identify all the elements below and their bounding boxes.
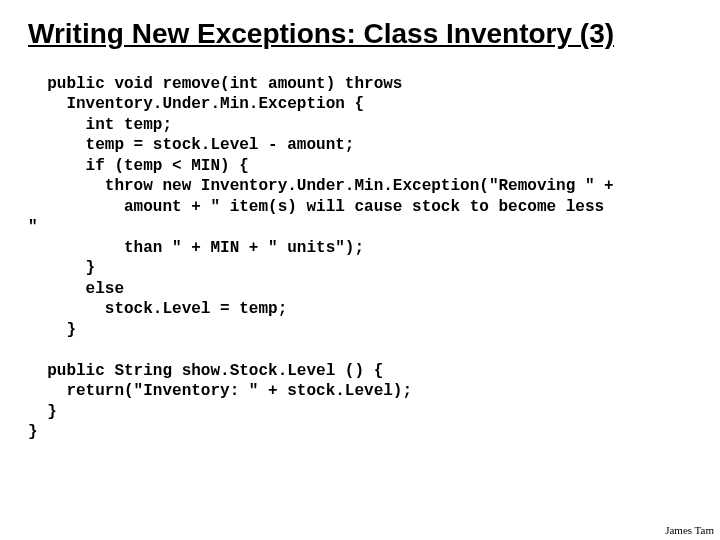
code-block: public void remove(int amount) throws In…: [28, 74, 692, 442]
footer-author: James Tam: [665, 524, 714, 536]
slide-title: Writing New Exceptions: Class Inventory …: [28, 18, 692, 50]
